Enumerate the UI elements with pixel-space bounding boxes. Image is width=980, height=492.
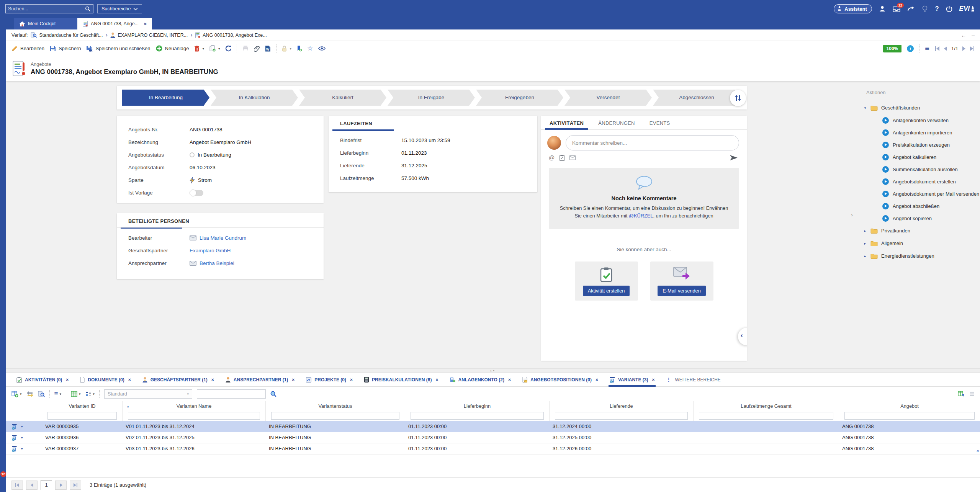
copy-record-button[interactable]: ▾ [209,45,220,52]
collapse-activities-button[interactable]: ‹ [738,328,747,345]
tree-collapsed-icon[interactable]: ▸ [863,254,867,258]
help-icon[interactable]: ? [935,5,939,12]
view-select[interactable]: Standard ▾ [104,389,192,399]
minimize-icon[interactable]: – [972,32,975,38]
caret-down-icon[interactable]: ▾ [290,47,291,51]
action-group-energiedienstleistungen[interactable]: ▸ Energiedienstleistungen [861,250,980,262]
tree-collapsed-icon[interactable]: ▸ [863,229,867,233]
global-search[interactable] [5,4,93,13]
workflow-step-in-freigabe[interactable]: In Freigabe [388,90,475,106]
watch-button[interactable] [318,46,326,51]
close-tab-icon[interactable]: × [211,377,214,382]
word-export-button[interactable]: W [265,46,271,52]
row-menu-icon[interactable]: ▾ [21,432,23,443]
assistant-button[interactable]: Assistent [834,4,872,13]
next-record-icon[interactable] [962,46,966,51]
action-summenkalkulation-ausrollen[interactable]: Summenkalkulation ausrollen [861,163,980,175]
task-icon[interactable] [560,155,564,161]
actions-collapse-handle[interactable]: › [851,211,853,218]
action-anlagenkonten-importieren[interactable]: Anlagenkonten importieren [861,126,980,139]
search-icon[interactable] [85,6,91,12]
action-angebot-kopieren[interactable]: Angebot kopieren [861,212,980,224]
caret-down-icon[interactable]: ▾ [202,47,204,51]
close-tab-icon[interactable]: × [596,377,598,382]
last-record-icon[interactable] [970,46,975,51]
grouping-button[interactable]: ▾ [85,391,95,397]
action-angebotsdokument-erstellen[interactable]: Angebotsdokument erstellen [861,175,980,188]
delete-button[interactable]: ▾ [194,46,204,52]
action-anlagenkonten-verwalten[interactable]: Anlagenkonten verwalten [861,114,980,126]
partner-link[interactable]: Examplaro GmbH [190,248,231,253]
column-header[interactable]: Lieferende [550,401,694,411]
favorite-button[interactable]: ☆ [307,44,313,52]
action-angebot-kalkulieren[interactable]: Angebot kalkulieren [861,151,980,163]
user-icon[interactable] [879,5,886,12]
create-activity-button[interactable]: Aktivität erstellen [583,286,630,296]
column-header[interactable]: Variantenstatus [266,401,405,411]
column-filter-input[interactable] [699,412,833,420]
bookmark-add-button[interactable] [297,46,302,52]
table-row[interactable]: ▾ VAR 00000936 V02 01.11.2023 bis 31.12.… [6,432,980,443]
column-filter-input[interactable] [47,412,117,420]
tab-record[interactable]: ANG 0001738, Ange... × [77,18,152,29]
grid-search-icon[interactable] [270,391,276,397]
column-filter-input[interactable] [411,412,544,420]
envelope-icon[interactable] [190,235,196,240]
previous-page-button[interactable] [26,481,38,490]
redo-icon[interactable] [907,6,915,12]
comment-input[interactable] [566,135,739,150]
variant-icon[interactable] [11,446,17,452]
workflow-step-versendet[interactable]: Versendet [564,90,652,106]
column-header[interactable]: Lieferbeginn [405,401,550,411]
new-record-button[interactable]: Neuanlage [156,45,189,52]
tab-geschaeftspartner[interactable]: GESCHÄFTSPARTNER (1)× [137,373,219,387]
action-angebotsdokument-mail[interactable]: Angebotsdokument per Mail versenden [861,188,980,200]
tab-preiskalkulationen[interactable]: PREISKALKULATIONEN (6)× [359,373,443,387]
caret-down-icon[interactable]: ▾ [20,392,22,396]
tree-collapsed-icon[interactable]: ▸ [863,242,867,245]
send-email-button[interactable]: E-Mail versenden [658,286,706,296]
grid-search-button[interactable] [38,391,45,397]
variant-icon[interactable] [11,435,17,441]
tab-projekte[interactable]: PROJEKTE (0)× [301,373,358,387]
save-button[interactable]: Speichern [50,46,81,52]
grid-settings-button[interactable] [969,391,975,397]
column-filter-input[interactable] [844,412,975,420]
action-group-allgemein[interactable]: ▸ Allgemein [861,237,980,250]
workflow-step-freigegeben[interactable]: Freigegeben [476,90,563,106]
row-menu-icon[interactable]: ▾ [21,421,23,432]
create-activity-card[interactable]: Aktivität erstellen [575,262,638,301]
caret-down-icon[interactable]: ▾ [93,392,95,396]
action-group-privatkunden[interactable]: ▸ Privatkunden [861,224,980,237]
column-filter-input[interactable] [128,412,260,420]
workflow-step-in-bearbeitung[interactable]: In Bearbeitung [122,90,209,106]
tab-ansprechpartner[interactable]: ANSPRECHPARTNER (1)× [221,373,299,387]
action-group-geschaeftskunden[interactable]: ▾ Geschäftskunden [861,101,980,114]
transfer-button[interactable] [26,391,33,397]
tab-angebotspositionen[interactable]: ANGEBOTSPOSITIONEN (0)× [517,373,603,387]
save-and-close-button[interactable]: Speichern und schließen [86,46,150,52]
column-config-button[interactable]: ▾ [71,391,81,397]
send-email-card[interactable]: E-Mail versenden [650,262,713,301]
close-tab-icon[interactable]: × [508,377,511,382]
variant-icon[interactable] [11,423,17,430]
column-filter-input[interactable] [555,412,688,420]
tree-expanded-icon[interactable]: ▾ [863,106,867,110]
close-tab-icon[interactable]: × [435,377,438,382]
tab-mein-cockpit[interactable]: Mein Cockpit [14,18,77,29]
email-icon[interactable] [569,155,576,160]
breadcrumb-item-search[interactable]: Standardsuche für Geschäft... [31,32,103,38]
column-header[interactable]: Varianten ID [42,401,123,411]
scroll-left-edge-icon[interactable]: « [977,448,979,454]
is-template-toggle[interactable] [190,190,203,196]
print-button[interactable] [242,46,249,51]
person-link[interactable]: Lisa Marie Gundrum [200,235,246,241]
first-page-button[interactable] [11,481,23,490]
mention-link[interactable]: @KÜRZEL [629,213,653,219]
horizontal-splitter[interactable]: ▴▾ [6,368,980,373]
history-back-icon[interactable]: ← [961,32,966,38]
refresh-button[interactable] [225,46,231,52]
view-menu-button[interactable]: ≡ ▾ [54,390,61,398]
export-button[interactable] [958,391,965,397]
column-filter-input[interactable] [271,412,399,420]
